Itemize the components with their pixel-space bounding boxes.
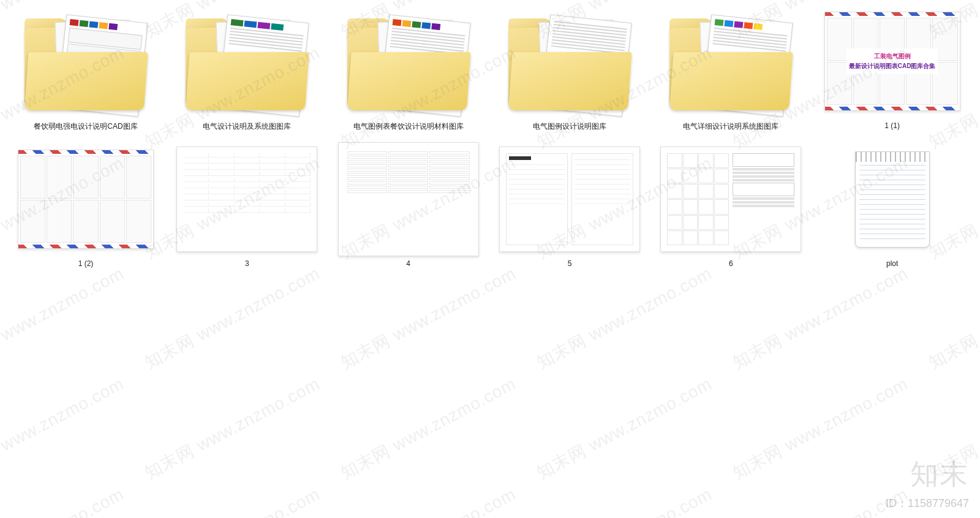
item-label: 3 bbox=[245, 259, 249, 268]
folder-icon bbox=[660, 6, 801, 116]
folder-icon bbox=[15, 6, 156, 116]
image-thumb-icon bbox=[338, 144, 479, 254]
item-label: 1 (1) bbox=[884, 121, 900, 130]
image-item[interactable]: 1 (2) bbox=[12, 144, 159, 268]
banner-subtitle: 最新设计说明图表CAD图库合集 bbox=[849, 62, 936, 70]
image-item[interactable]: 6 bbox=[657, 144, 804, 268]
banner-title: 工装电气图例 bbox=[849, 52, 936, 61]
item-label: 电气详细设计说明系统图图库 bbox=[683, 121, 778, 132]
image-thumb-icon bbox=[499, 144, 640, 254]
item-label: 电气设计说明及系统图图库 bbox=[203, 121, 291, 132]
file-item[interactable]: plot bbox=[819, 144, 966, 268]
brand-watermark: 知末 bbox=[910, 455, 969, 493]
item-label: 餐饮弱电强电设计说明CAD图库 bbox=[34, 121, 137, 132]
image-item[interactable]: 4 bbox=[335, 144, 482, 268]
folder-item[interactable]: 电气图例设计说明图库 bbox=[496, 6, 643, 132]
image-item[interactable]: 5 bbox=[496, 144, 643, 268]
notepad-icon bbox=[822, 144, 963, 254]
item-label: 电气图例表餐饮设计说明材料图库 bbox=[353, 121, 464, 132]
item-label: 电气图例设计说明图库 bbox=[533, 121, 606, 132]
folder-item[interactable]: 餐饮弱电强电设计说明CAD图库 bbox=[12, 6, 159, 132]
image-thumb-icon bbox=[15, 144, 156, 254]
folder-item[interactable]: 电气图例表餐饮设计说明材料图库 bbox=[335, 6, 482, 132]
folder-icon bbox=[338, 6, 479, 116]
item-label: plot bbox=[886, 259, 898, 268]
image-thumb-icon: 工装电气图例 最新设计说明图表CAD图库合集 bbox=[822, 6, 963, 116]
item-label: 1 (2) bbox=[78, 259, 94, 268]
image-thumb-icon bbox=[176, 144, 317, 254]
item-label: 4 bbox=[406, 259, 410, 268]
file-grid: 餐饮弱电强电设计说明CAD图库 电气设计说明及系统图图库 bbox=[0, 0, 980, 274]
item-label: 6 bbox=[729, 259, 733, 268]
folder-icon bbox=[499, 6, 640, 116]
folder-item[interactable]: 电气设计说明及系统图图库 bbox=[173, 6, 320, 132]
image-item[interactable]: 工装电气图例 最新设计说明图表CAD图库合集 1 (1) bbox=[819, 6, 966, 132]
image-item[interactable]: 3 bbox=[173, 144, 320, 268]
folder-icon bbox=[176, 6, 317, 116]
item-label: 5 bbox=[568, 259, 572, 268]
folder-item[interactable]: 电气详细设计说明系统图图库 bbox=[657, 6, 804, 132]
id-watermark: ID：1158779647 bbox=[886, 496, 969, 511]
image-thumb-icon bbox=[660, 144, 801, 254]
